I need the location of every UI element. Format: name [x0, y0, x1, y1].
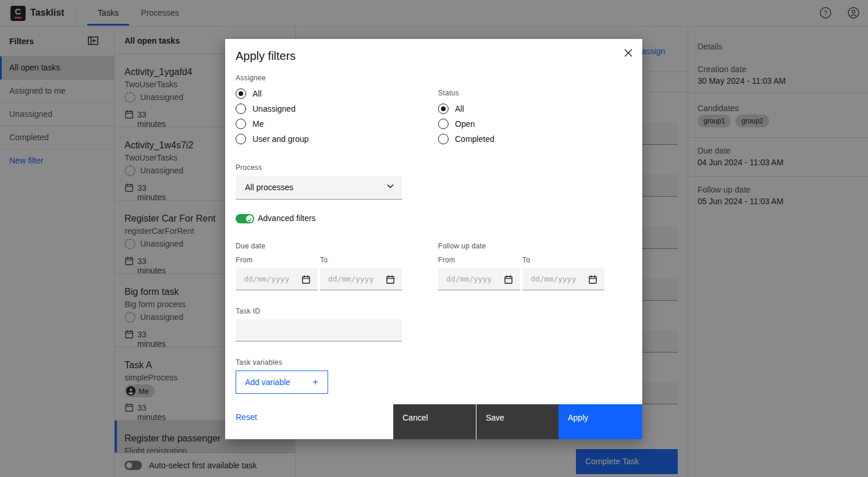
due-date-to-input-wrap: [320, 268, 402, 290]
follow-up-to-input-wrap: [522, 268, 604, 290]
task-id-input-wrap: [236, 319, 402, 341]
task-id-label: Task ID: [236, 307, 260, 315]
due-date-to-label: To: [320, 256, 328, 264]
cancel-button[interactable]: Cancel: [393, 404, 476, 439]
process-label: Process: [236, 163, 262, 172]
radio-icon: [236, 88, 246, 99]
task-id-input[interactable]: [236, 319, 402, 341]
radio-assignee-unassigned[interactable]: Unassigned: [236, 104, 352, 114]
status-group-label: Status: [438, 89, 459, 97]
advanced-filters-label: Advanced filters: [258, 213, 316, 223]
radio-icon: [236, 119, 246, 129]
assignee-group-label: Assignee: [236, 74, 266, 82]
radio-icon: [438, 104, 449, 114]
check-icon: [246, 216, 253, 223]
follow-up-from-input-wrap: [438, 268, 520, 290]
radio-icon: [236, 134, 246, 144]
process-dropdown[interactable]: All processes: [236, 176, 402, 200]
follow-up-from-input[interactable]: [438, 268, 520, 290]
add-variable-button[interactable]: Add variable +: [236, 371, 328, 394]
close-icon[interactable]: [620, 45, 636, 61]
chevron-down-icon: [387, 184, 394, 188]
due-date-group-label: Due date: [236, 242, 265, 250]
modal-title: Apply filters: [236, 49, 296, 63]
radio-status-all[interactable]: All: [438, 104, 554, 114]
follow-up-to-input[interactable]: [522, 268, 604, 290]
due-date-from-input-wrap: [236, 268, 318, 290]
reset-link[interactable]: Reset: [236, 412, 257, 422]
advanced-filters-toggle[interactable]: [236, 214, 254, 223]
follow-up-group-label: Follow up date: [438, 242, 486, 250]
radio-icon: [438, 134, 449, 144]
apply-filters-modal: Apply filters Assignee All Unassigned Me…: [225, 39, 642, 439]
radio-status-open[interactable]: Open: [438, 119, 554, 129]
plus-icon: +: [312, 376, 318, 388]
due-date-to-input[interactable]: [320, 268, 402, 290]
apply-button[interactable]: Apply: [558, 404, 642, 439]
radio-icon: [438, 119, 449, 129]
radio-assignee-all[interactable]: All: [236, 88, 352, 99]
radio-status-completed[interactable]: Completed: [438, 134, 554, 144]
radio-assignee-me[interactable]: Me: [236, 119, 352, 129]
due-date-from-input[interactable]: [236, 268, 318, 290]
radio-assignee-user-and-group[interactable]: User and group: [236, 134, 352, 144]
save-button[interactable]: Save: [476, 404, 558, 439]
due-date-from-label: From: [236, 256, 252, 264]
radio-icon: [236, 104, 246, 114]
task-variables-label: Task variables: [236, 358, 282, 366]
follow-up-from-label: From: [438, 256, 455, 264]
follow-up-to-label: To: [522, 256, 530, 264]
tasklist-app: C Tasklist Tasks Processes ? Filters All…: [0, 0, 868, 477]
